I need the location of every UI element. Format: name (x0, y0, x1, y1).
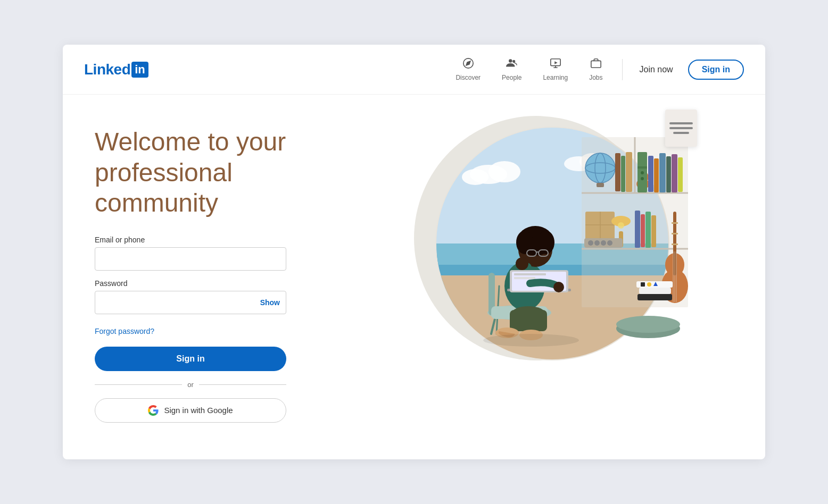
svg-rect-71 (678, 157, 683, 192)
svg-point-17 (488, 161, 520, 182)
or-line-right (199, 384, 286, 385)
doc-line-3 (673, 132, 690, 134)
svg-rect-55 (615, 153, 620, 191)
email-label: Email or phone (95, 236, 350, 244)
svg-rect-8 (591, 61, 601, 68)
svg-rect-56 (621, 156, 625, 192)
svg-rect-95 (672, 243, 678, 245)
svg-point-103 (616, 316, 680, 333)
doc-line-1 (669, 122, 693, 124)
svg-rect-94 (672, 233, 678, 234)
right-panel (350, 105, 744, 371)
logo-in-box: in (131, 62, 148, 78)
illustration (393, 105, 701, 371)
svg-marker-5 (554, 61, 558, 64)
svg-point-64 (641, 171, 644, 174)
people-icon (506, 57, 518, 72)
svg-point-45 (553, 282, 564, 292)
learning-label: Learning (543, 74, 568, 81)
sidebar-item-discover[interactable]: Discover (447, 53, 489, 86)
sign-in-button[interactable]: Sign in (95, 347, 286, 371)
left-panel: Welcome to your professional community E… (95, 116, 350, 423)
password-form-group: Password Show (95, 279, 350, 314)
google-icon (148, 405, 159, 416)
jobs-label: Jobs (589, 74, 602, 81)
or-line-left (95, 384, 182, 385)
email-form-group: Email or phone (95, 236, 350, 271)
svg-rect-78 (635, 211, 640, 248)
svg-point-83 (588, 240, 593, 246)
welcome-heading: Welcome to your professional community (95, 127, 318, 219)
doc-line-2 (669, 127, 693, 129)
nav-links: Discover People Learning (447, 53, 744, 86)
svg-point-65 (641, 177, 644, 180)
email-input[interactable] (95, 247, 286, 271)
svg-rect-43 (514, 273, 546, 275)
or-divider: or (95, 381, 286, 389)
nav-divider (622, 59, 623, 80)
svg-point-100 (647, 282, 651, 287)
password-label: Password (95, 279, 350, 288)
google-sign-in-button[interactable]: Sign in with Google (95, 398, 286, 423)
discover-label: Discover (456, 74, 481, 81)
svg-rect-57 (626, 152, 632, 192)
svg-rect-99 (641, 282, 645, 287)
sidebar-item-learning[interactable]: Learning (534, 53, 576, 86)
sidebar-item-people[interactable]: People (493, 53, 530, 86)
svg-point-104 (483, 334, 579, 347)
svg-rect-63 (637, 166, 647, 169)
jobs-icon (590, 57, 602, 72)
svg-rect-69 (666, 156, 671, 192)
sign-in-nav-button[interactable]: Sign in (688, 60, 744, 80)
people-label: People (502, 74, 521, 81)
main-illustration (393, 105, 701, 371)
svg-rect-66 (648, 156, 653, 192)
svg-point-85 (601, 240, 606, 246)
password-wrapper: Show (95, 291, 286, 314)
main-content: Welcome to your professional community E… (63, 95, 765, 459)
svg-rect-44 (514, 277, 535, 279)
svg-rect-79 (641, 214, 645, 247)
svg-point-3 (512, 60, 515, 63)
navbar: Linkedin Discover People (63, 45, 765, 95)
svg-rect-70 (672, 154, 677, 192)
svg-rect-29 (510, 310, 547, 331)
nav-auth: Join now Sign in (633, 60, 744, 80)
svg-rect-81 (651, 215, 656, 247)
logo[interactable]: Linkedin (84, 61, 148, 78)
sidebar-item-jobs[interactable]: Jobs (581, 53, 611, 86)
svg-rect-68 (659, 153, 666, 192)
document-card (665, 110, 697, 147)
show-password-button[interactable]: Show (260, 298, 280, 307)
svg-point-34 (516, 231, 533, 254)
svg-rect-96 (637, 294, 672, 300)
google-btn-label: Sign in with Google (164, 406, 233, 415)
svg-rect-80 (645, 212, 651, 248)
svg-rect-93 (672, 222, 678, 224)
svg-point-2 (509, 59, 512, 62)
svg-point-77 (618, 222, 624, 229)
svg-point-84 (594, 240, 600, 246)
password-input[interactable] (95, 291, 286, 314)
join-now-button[interactable]: Join now (633, 61, 680, 79)
svg-rect-67 (654, 158, 659, 192)
svg-rect-54 (597, 183, 604, 187)
or-text: or (187, 381, 194, 389)
svg-point-39 (516, 257, 528, 270)
svg-rect-97 (639, 288, 671, 294)
forgot-password-link[interactable]: Forgot password? (95, 327, 154, 335)
svg-point-18 (462, 169, 488, 185)
svg-marker-1 (466, 61, 470, 65)
learning-icon (550, 57, 561, 72)
logo-text: Linked (84, 61, 130, 78)
svg-point-86 (607, 240, 612, 246)
compass-icon (462, 57, 474, 72)
